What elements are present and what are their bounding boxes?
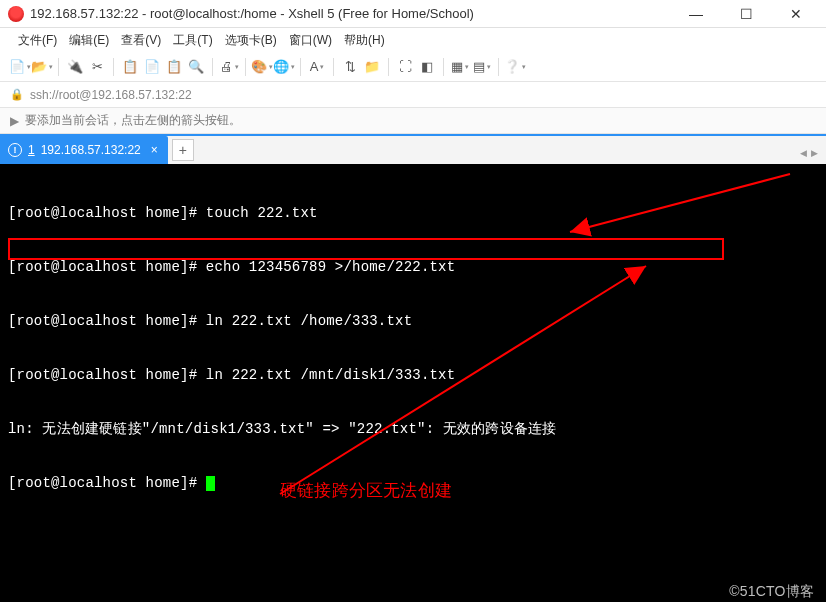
watermark: ©51CTO博客 xyxy=(729,582,814,600)
separator xyxy=(498,58,499,76)
minimize-button[interactable]: — xyxy=(680,6,712,22)
tab-strip: ! 1 192.168.57.132:22 × + ◀ ▶ xyxy=(0,134,826,164)
window-titlebar: 192.168.57.132:22 - root@localhost:/home… xyxy=(0,0,826,28)
separator xyxy=(333,58,334,76)
terminal-line: [root@localhost home]# touch 222.txt xyxy=(8,204,818,222)
window-title: 192.168.57.132:22 - root@localhost:/home… xyxy=(30,6,474,21)
address-bar: 🔒 ssh://root@192.168.57.132:22 xyxy=(0,82,826,108)
tab-prev-button[interactable]: ◀ xyxy=(800,148,807,158)
tab-next-button[interactable]: ▶ xyxy=(811,148,818,158)
tab-info-icon: ! xyxy=(8,143,22,157)
menu-edit[interactable]: 编辑(E) xyxy=(69,32,109,49)
color-scheme-button[interactable]: 🎨 xyxy=(252,57,272,77)
terminal-error-line: ln: 无法创建硬链接"/mnt/disk1/333.txt" => "222.… xyxy=(8,420,818,438)
properties-button[interactable]: 📋 xyxy=(120,57,140,77)
separator xyxy=(58,58,59,76)
disconnect-button[interactable]: ✂ xyxy=(87,57,107,77)
terminal-line: [root@localhost home]# ln 222.txt /home/… xyxy=(8,312,818,330)
tab-number: 1 xyxy=(28,143,35,157)
transfer-button[interactable]: 📁 xyxy=(362,57,382,77)
menu-view[interactable]: 查看(V) xyxy=(121,32,161,49)
address-url[interactable]: ssh://root@192.168.57.132:22 xyxy=(30,88,192,102)
hint-text: 要添加当前会话，点击左侧的箭头按钮。 xyxy=(25,112,241,129)
toolbar: 📄 📂 🔌 ✂ 📋 📄 📋 🔍 🖨 🎨 🌐 A ⇅ 📁 ⛶ ◧ ▦ ▤ ❔ xyxy=(0,52,826,82)
new-tab-button[interactable]: + xyxy=(172,139,194,161)
print-button[interactable]: 🖨 xyxy=(219,57,239,77)
separator xyxy=(388,58,389,76)
annotation-label: 硬链接跨分区无法创建 xyxy=(280,482,452,500)
svg-line-0 xyxy=(570,174,790,232)
font-button[interactable]: A xyxy=(307,57,327,77)
separator xyxy=(443,58,444,76)
lock-icon: 🔒 xyxy=(10,88,24,101)
hint-arrow-icon[interactable]: ▶ xyxy=(10,114,19,128)
menu-help[interactable]: 帮助(H) xyxy=(344,32,385,49)
separator xyxy=(212,58,213,76)
close-button[interactable]: ✕ xyxy=(780,6,812,22)
cursor-icon xyxy=(206,476,215,491)
session-tab[interactable]: ! 1 192.168.57.132:22 × xyxy=(0,136,168,164)
layout-button[interactable]: ▦ xyxy=(450,57,470,77)
hint-bar: ▶ 要添加当前会话，点击左侧的箭头按钮。 xyxy=(0,108,826,134)
copy-button[interactable]: 📄 xyxy=(142,57,162,77)
maximize-button[interactable]: ☐ xyxy=(730,6,762,22)
highlight-box xyxy=(8,238,724,260)
reconnect-button[interactable]: 🔌 xyxy=(65,57,85,77)
tab-label: 192.168.57.132:22 xyxy=(41,143,141,157)
separator xyxy=(300,58,301,76)
tab-close-button[interactable]: × xyxy=(151,143,158,157)
find-button[interactable]: 🔍 xyxy=(186,57,206,77)
terminal-line: [root@localhost home]# echo 123456789 >/… xyxy=(8,258,818,276)
separator xyxy=(113,58,114,76)
encoding-button[interactable]: 🌐 xyxy=(274,57,294,77)
terminal[interactable]: [root@localhost home]# touch 222.txt [ro… xyxy=(0,164,826,602)
open-session-button[interactable]: 📂 xyxy=(32,57,52,77)
new-session-button[interactable]: 📄 xyxy=(10,57,30,77)
separator xyxy=(245,58,246,76)
ftp-button[interactable]: ⇅ xyxy=(340,57,360,77)
menu-tools[interactable]: 工具(T) xyxy=(173,32,212,49)
transparency-button[interactable]: ◧ xyxy=(417,57,437,77)
help-button[interactable]: ❔ xyxy=(505,57,525,77)
menu-file[interactable]: 文件(F) xyxy=(18,32,57,49)
app-icon xyxy=(8,6,24,22)
menu-tabs[interactable]: 选项卡(B) xyxy=(225,32,277,49)
terminal-line: [root@localhost home]# ln 222.txt /mnt/d… xyxy=(8,366,818,384)
fullscreen-button[interactable]: ⛶ xyxy=(395,57,415,77)
menu-window[interactable]: 窗口(W) xyxy=(289,32,332,49)
paste-button[interactable]: 📋 xyxy=(164,57,184,77)
menubar: 文件(F) 编辑(E) 查看(V) 工具(T) 选项卡(B) 窗口(W) 帮助(… xyxy=(0,28,826,52)
arrange-button[interactable]: ▤ xyxy=(472,57,492,77)
